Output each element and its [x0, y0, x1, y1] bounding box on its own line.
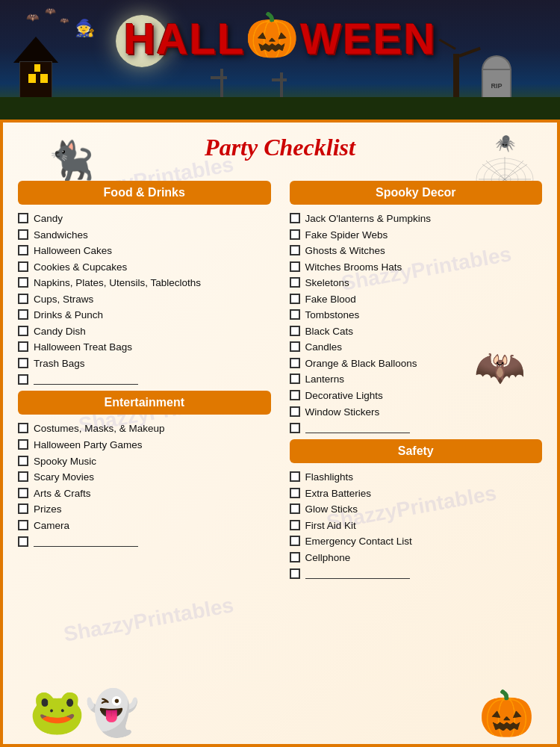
- entertainment-header: Entertainment: [18, 391, 271, 415]
- grass: [0, 97, 560, 120]
- list-item: Cellphone: [290, 551, 543, 565]
- frog-decoration: 🐸: [29, 685, 85, 738]
- checkbox[interactable]: [18, 503, 28, 514]
- witch-icon: 🧙: [75, 19, 95, 38]
- checkbox[interactable]: [18, 309, 28, 320]
- list-item: Trash Bags: [18, 357, 271, 371]
- checklist-grid: Food & Drinks Candy Sandwiches Halloween…: [18, 175, 542, 582]
- ghost-decoration: 👻: [85, 687, 139, 738]
- checkbox[interactable]: [18, 261, 28, 272]
- checkbox[interactable]: [18, 213, 28, 223]
- checkbox[interactable]: [290, 309, 300, 320]
- list-item: Ghosts & Witches: [290, 244, 543, 258]
- checkbox[interactable]: [18, 423, 28, 433]
- list-item: Candy: [18, 212, 271, 226]
- checkbox[interactable]: [290, 471, 300, 482]
- list-item: Window Stickers: [290, 406, 543, 419]
- checkbox[interactable]: [18, 341, 28, 352]
- checkbox[interactable]: [290, 358, 300, 368]
- checkbox[interactable]: [290, 406, 300, 417]
- checkbox[interactable]: [18, 456, 28, 466]
- list-item: Halloween Cakes: [18, 244, 271, 258]
- main-content: ShazzyPrintables ShazzyPrintables Shazzy…: [0, 120, 560, 747]
- checkbox[interactable]: [18, 471, 28, 482]
- safety-header: Safety: [290, 439, 543, 463]
- checkbox[interactable]: [18, 277, 28, 288]
- entertainment-list: Costumes, Masks, & Makeup Halloween Part…: [18, 422, 271, 547]
- blank-line: [18, 374, 271, 385]
- pumpkin-decoration: 🎃: [479, 687, 535, 740]
- blank-line: [290, 423, 543, 433]
- haunted-house: [13, 39, 58, 99]
- checkbox[interactable]: [18, 294, 28, 304]
- checkbox[interactable]: [290, 341, 300, 352]
- left-column: Food & Drinks Candy Sandwiches Halloween…: [18, 175, 271, 582]
- list-item: Camera: [18, 519, 271, 533]
- checkbox[interactable]: [18, 536, 28, 547]
- list-item: Napkins, Plates, Utensils, Tablecloths: [18, 276, 271, 290]
- spooky-decor-header: Spooky Decor: [290, 181, 543, 205]
- checkbox[interactable]: [290, 229, 300, 240]
- list-item: Candy Dish: [18, 325, 271, 338]
- blank-line: [18, 536, 271, 547]
- halloween-banner: HALL🎃WEEN 🦇 🦇 🦇 🧙 RIP: [0, 0, 560, 120]
- checkbox[interactable]: [290, 294, 300, 304]
- blank-line: [290, 568, 543, 579]
- food-drinks-list: Candy Sandwiches Halloween Cakes Cookies…: [18, 212, 271, 385]
- food-drinks-header: Food & Drinks: [18, 181, 271, 205]
- checkbox[interactable]: [290, 520, 300, 530]
- checkbox[interactable]: [290, 261, 300, 272]
- checkbox[interactable]: [290, 277, 300, 288]
- list-item: Scary Movies: [18, 471, 271, 484]
- checkbox[interactable]: [290, 245, 300, 255]
- page-title: Party Checklist: [18, 134, 542, 161]
- list-item: First Aid Kit: [290, 519, 543, 533]
- list-item: Flashlights: [290, 471, 543, 484]
- cross-2: [276, 72, 287, 99]
- checkbox[interactable]: [290, 390, 300, 400]
- dead-tree: [441, 31, 470, 99]
- list-item: Spooky Music: [18, 455, 271, 468]
- checkbox[interactable]: [290, 536, 300, 546]
- spider-icon: 🕷️: [475, 134, 535, 153]
- spooky-decor-list: Jack O'lanterns & Pumpkins Fake Spider W…: [290, 212, 543, 433]
- list-item: Drinks & Punch: [18, 309, 271, 322]
- list-item: Fake Blood: [290, 293, 543, 306]
- list-item: Tombstones: [290, 309, 543, 322]
- checkbox[interactable]: [290, 326, 300, 336]
- list-item: Costumes, Masks, & Makeup: [18, 422, 271, 436]
- list-item: Skeletons: [290, 276, 543, 290]
- right-column: Spooky Decor Jack O'lanterns & Pumpkins …: [290, 175, 543, 582]
- list-item: Arts & Crafts: [18, 487, 271, 500]
- checkbox[interactable]: [18, 374, 28, 385]
- list-item: Cookies & Cupcakes: [18, 261, 271, 274]
- checkbox[interactable]: [290, 213, 300, 223]
- checkbox[interactable]: [18, 229, 28, 240]
- list-item: Lanterns: [290, 373, 543, 386]
- list-item: Candles: [290, 341, 543, 354]
- list-item: Halloween Party Games: [18, 438, 271, 452]
- checkbox[interactable]: [18, 488, 28, 498]
- list-item: Prizes: [18, 503, 271, 516]
- checkbox[interactable]: [18, 439, 28, 450]
- cross-1: [217, 69, 227, 99]
- watermark-5: ShazzyPrintables: [62, 593, 235, 647]
- checkbox[interactable]: [290, 503, 300, 514]
- bat-icon-2: 🦇: [45, 6, 56, 16]
- checkbox[interactable]: [290, 488, 300, 498]
- list-item: Cups, Straws: [18, 293, 271, 306]
- pumpkin-letter: 🎃: [245, 10, 300, 61]
- checkbox[interactable]: [18, 245, 28, 255]
- checkbox[interactable]: [290, 374, 300, 384]
- list-item: Decorative Lights: [290, 389, 543, 403]
- checkbox[interactable]: [18, 326, 28, 336]
- banner-title: HALL🎃WEEN: [124, 13, 437, 64]
- checkbox[interactable]: [290, 568, 300, 579]
- checkbox[interactable]: [18, 358, 28, 368]
- list-item: Jack O'lanterns & Pumpkins: [290, 212, 543, 226]
- list-item: Emergency Contact List: [290, 535, 543, 548]
- tombstone: RIP: [478, 58, 515, 99]
- checkbox[interactable]: [290, 423, 300, 433]
- checkbox[interactable]: [18, 520, 28, 530]
- checkbox[interactable]: [290, 552, 300, 562]
